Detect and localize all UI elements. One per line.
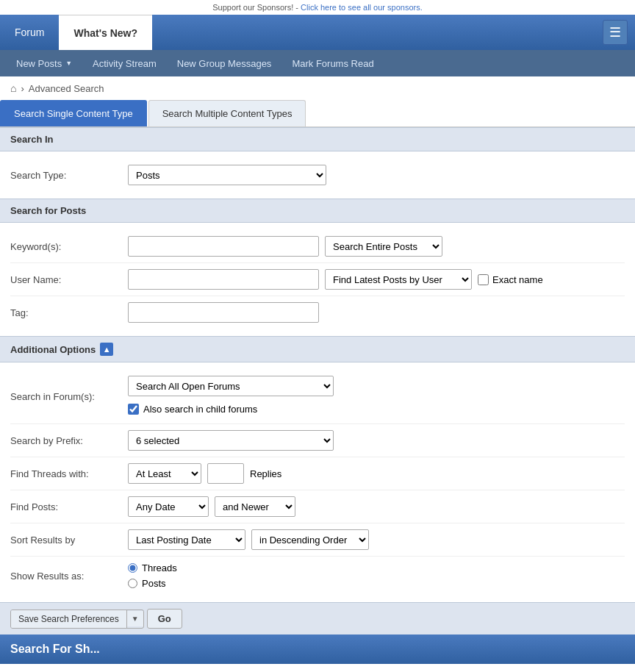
bottom-teaser: Search For Sh... bbox=[0, 635, 635, 664]
save-preferences-arrow-icon: ▼ bbox=[127, 611, 143, 626]
search-for-posts-section: Search for Posts Keyword(s): Search Enti… bbox=[0, 199, 635, 336]
find-posts-date-select[interactable]: Any Date Today Yesterday Last Week Last … bbox=[128, 496, 209, 517]
show-posts-option: Posts bbox=[128, 578, 177, 589]
additional-options-toggle[interactable]: ▲ bbox=[100, 343, 113, 356]
search-type-controls: Posts Threads Users Tags bbox=[128, 165, 326, 185]
tag-input[interactable] bbox=[128, 302, 319, 323]
search-type-select[interactable]: Posts Threads Users Tags bbox=[128, 165, 326, 185]
exact-name-checkbox[interactable] bbox=[478, 274, 489, 285]
nav-right-button[interactable]: ☰ bbox=[603, 20, 628, 45]
tab-single-content[interactable]: Search Single Content Type bbox=[0, 100, 147, 126]
search-type-label: Search Type: bbox=[10, 170, 128, 181]
sort-results-label: Sort Results by bbox=[10, 535, 128, 546]
nav-header: Forum What's New? ☰ bbox=[0, 15, 635, 50]
sort-results-row: Sort Results by Last Posting Date First … bbox=[10, 523, 625, 557]
whats-new-tab[interactable]: What's New? bbox=[59, 15, 152, 50]
tag-controls bbox=[128, 302, 319, 323]
tag-row: Tag: bbox=[10, 296, 625, 329]
new-posts-dropdown-icon: ▼ bbox=[65, 60, 72, 67]
user-search-select[interactable]: Find Latest Posts by User Find Posts by … bbox=[325, 269, 472, 290]
search-for-posts-form: Keyword(s): Search Entire Posts Search T… bbox=[0, 223, 635, 336]
additional-options-form: Search in Forum(s): Search All Open Foru… bbox=[0, 362, 635, 602]
search-by-prefix-row: Search by Prefix: 6 selected bbox=[10, 424, 625, 457]
find-posts-controls: Any Date Today Yesterday Last Week Last … bbox=[128, 496, 295, 517]
search-in-forums-controls: Search All Open Forums General Discussio… bbox=[128, 376, 334, 418]
breadcrumb-separator: › bbox=[21, 83, 24, 94]
order-select[interactable]: in Descending Order in Ascending Order bbox=[251, 529, 369, 550]
save-preferences-button[interactable]: Save Search Preferences ▼ bbox=[10, 610, 144, 629]
username-controls: Find Latest Posts by User Find Posts by … bbox=[128, 269, 543, 290]
show-results-radio-group: Threads Posts bbox=[128, 562, 177, 589]
find-posts-label: Find Posts: bbox=[10, 501, 128, 512]
search-by-prefix-label: Search by Prefix: bbox=[10, 435, 128, 446]
find-posts-row: Find Posts: Any Date Today Yesterday Las… bbox=[10, 490, 625, 523]
sponsor-link[interactable]: Click here to see all our sponsors. bbox=[301, 3, 423, 12]
tab-multiple-content[interactable]: Search Multiple Content Types bbox=[148, 100, 306, 126]
search-in-forums-row: Search in Forum(s): Search All Open Foru… bbox=[10, 370, 625, 424]
child-forums-checkbox[interactable] bbox=[128, 404, 139, 415]
sub-nav-mark-forums-read[interactable]: Mark Forums Read bbox=[283, 54, 382, 74]
find-threads-controls: At Least At Most Exactly Replies bbox=[128, 463, 281, 484]
replies-label: Replies bbox=[250, 468, 281, 479]
exact-name-label: Exact name bbox=[478, 271, 543, 288]
sponsor-bar: Support our Sponsors! - Click here to se… bbox=[0, 0, 635, 15]
show-threads-option: Threads bbox=[128, 562, 177, 573]
find-threads-label: Find Threads with: bbox=[10, 468, 128, 479]
find-posts-newer-select[interactable]: and Newer and Older bbox=[215, 496, 295, 517]
save-preferences-label: Save Search Preferences bbox=[11, 610, 127, 628]
nav-right: ☰ bbox=[603, 15, 635, 50]
show-threads-radio[interactable] bbox=[128, 563, 137, 573]
show-results-controls: Threads Posts bbox=[128, 562, 177, 589]
additional-options-section: Additional Options ▲ Search in Forum(s):… bbox=[0, 336, 635, 602]
additional-options-header: Additional Options ▲ bbox=[0, 336, 635, 362]
sort-select[interactable]: Last Posting Date First Posting Date Rel… bbox=[128, 529, 245, 550]
go-button[interactable]: Go bbox=[147, 609, 182, 629]
show-results-label: Show Results as: bbox=[10, 571, 128, 582]
breadcrumb: ⌂ › Advanced Search bbox=[0, 76, 635, 100]
keyword-search-select[interactable]: Search Entire Posts Search Titles Only bbox=[325, 236, 442, 257]
show-posts-radio[interactable] bbox=[128, 579, 137, 588]
replies-input[interactable] bbox=[207, 463, 244, 484]
username-label: User Name: bbox=[10, 274, 128, 285]
keywords-row: Keyword(s): Search Entire Posts Search T… bbox=[10, 230, 625, 263]
find-threads-row: Find Threads with: At Least At Most Exac… bbox=[10, 457, 625, 490]
search-for-posts-header: Search for Posts bbox=[0, 199, 635, 223]
sub-nav-activity-stream[interactable]: Activity Stream bbox=[84, 54, 165, 74]
find-threads-select[interactable]: At Least At Most Exactly bbox=[128, 463, 201, 484]
forum-tab[interactable]: Forum bbox=[0, 15, 59, 50]
search-in-forums-label: Search in Forum(s): bbox=[10, 391, 128, 402]
sub-nav: New Posts ▼ Activity Stream New Group Me… bbox=[0, 50, 635, 76]
username-row: User Name: Find Latest Posts by User Fin… bbox=[10, 263, 625, 296]
show-results-row: Show Results as: Threads Posts bbox=[10, 557, 625, 595]
bottom-teaser-text: Search For Sh... bbox=[10, 643, 100, 656]
sort-results-controls: Last Posting Date First Posting Date Rel… bbox=[128, 529, 369, 550]
sub-nav-new-group-messages[interactable]: New Group Messages bbox=[168, 54, 281, 74]
keywords-label: Keyword(s): bbox=[10, 241, 128, 252]
child-forums-label: Also search in child forums bbox=[128, 401, 257, 418]
sub-nav-new-posts[interactable]: New Posts ▼ bbox=[7, 54, 81, 74]
search-by-prefix-select[interactable]: 6 selected bbox=[128, 430, 334, 451]
tag-label: Tag: bbox=[10, 307, 128, 318]
search-in-section: Search In Search Type: Posts Threads Use… bbox=[0, 127, 635, 199]
search-in-form: Search Type: Posts Threads Users Tags bbox=[0, 151, 635, 199]
content-tabs: Search Single Content Type Search Multip… bbox=[0, 100, 635, 127]
breadcrumb-page-title: Advanced Search bbox=[29, 83, 104, 94]
username-input[interactable] bbox=[128, 269, 319, 290]
search-in-header: Search In bbox=[0, 127, 635, 151]
keywords-input[interactable] bbox=[128, 236, 319, 257]
search-in-forums-select[interactable]: Search All Open Forums General Discussio… bbox=[128, 376, 334, 396]
search-by-prefix-controls: 6 selected bbox=[128, 430, 334, 451]
keywords-controls: Search Entire Posts Search Titles Only bbox=[128, 236, 442, 257]
footer-bar: Save Search Preferences ▼ Go bbox=[0, 602, 635, 635]
search-type-row: Search Type: Posts Threads Users Tags bbox=[10, 159, 625, 191]
home-icon: ⌂ bbox=[10, 82, 16, 94]
